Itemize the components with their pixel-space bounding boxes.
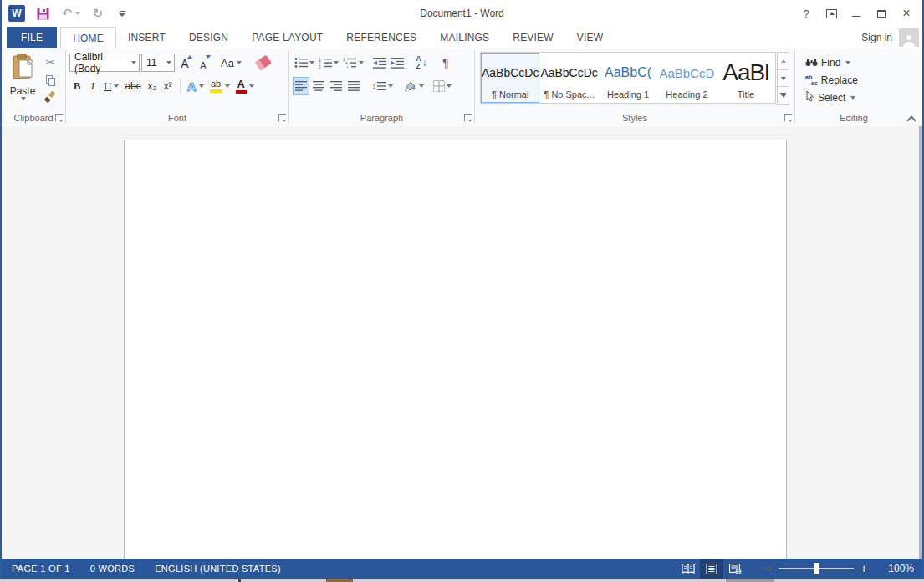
strikethrough-button[interactable]: abc: [122, 77, 143, 95]
undo-button[interactable]: ↶: [60, 4, 80, 23]
font-color-dropdown-arrow[interactable]: [249, 84, 254, 88]
align-left-button[interactable]: [293, 77, 309, 95]
style-title[interactable]: AaBl Title: [717, 53, 775, 103]
paste-dropdown-arrow[interactable]: [21, 97, 26, 100]
align-center-button[interactable]: [310, 77, 327, 95]
select-button[interactable]: Select: [799, 89, 909, 106]
document-page[interactable]: [124, 140, 787, 559]
highlight-dropdown-arrow[interactable]: [225, 84, 230, 88]
page-count-status[interactable]: PAGE 1 OF 1: [12, 564, 70, 574]
borders-button[interactable]: [431, 77, 453, 95]
multilevel-dropdown-arrow[interactable]: [359, 61, 364, 64]
tab-design[interactable]: DESIGN: [177, 27, 240, 48]
underline-dropdown-arrow[interactable]: [114, 84, 119, 88]
font-size-dropdown-arrow[interactable]: [166, 61, 171, 64]
style-heading2[interactable]: AaBbCcD Heading 2: [657, 53, 716, 103]
avatar[interactable]: [899, 28, 919, 47]
superscript-button[interactable]: x²: [161, 77, 176, 95]
tab-references[interactable]: REFERENCES: [334, 27, 428, 48]
tab-file[interactable]: FILE: [7, 27, 57, 48]
styles-scroll-up-button[interactable]: [777, 52, 789, 70]
web-layout-button[interactable]: [723, 559, 747, 579]
undo-dropdown-arrow[interactable]: [75, 12, 80, 15]
subscript-button[interactable]: x₂: [145, 77, 160, 95]
replace-button[interactable]: ab→ac Replace: [799, 71, 909, 89]
highlight-button[interactable]: ab: [207, 77, 232, 95]
word-count-status[interactable]: 0 WORDS: [90, 564, 135, 574]
numbering-button[interactable]: 123: [317, 54, 340, 72]
numbering-dropdown-arrow[interactable]: [334, 61, 339, 64]
shading-dropdown-arrow[interactable]: [419, 84, 424, 88]
close-button[interactable]: ×: [896, 4, 917, 23]
ribbon-display-options-button[interactable]: [820, 4, 842, 23]
tab-mailings[interactable]: MAILINGS: [428, 27, 501, 48]
paste-button[interactable]: Paste: [5, 52, 40, 107]
text-effects-button[interactable]: A: [185, 77, 207, 95]
zoom-out-button[interactable]: −: [762, 562, 775, 575]
styles-gallery: AaBbCcDc ¶ Normal AaBbCcDc ¶ No Spac... …: [480, 52, 776, 104]
line-spacing-dropdown-arrow[interactable]: [388, 84, 393, 88]
styles-scroll-down-button[interactable]: [777, 69, 789, 88]
style-heading1[interactable]: AaBbC( Heading 1: [599, 53, 657, 103]
clear-formatting-button[interactable]: [254, 54, 273, 72]
styles-dialog-launcher[interactable]: [784, 114, 792, 121]
tab-insert[interactable]: INSERT: [116, 27, 177, 48]
minimize-button[interactable]: [845, 4, 867, 23]
font-name-combobox[interactable]: Calibri (Body: [69, 54, 140, 72]
underline-button[interactable]: U: [101, 77, 121, 95]
styles-more-button[interactable]: [777, 86, 789, 105]
customize-qat-button[interactable]: [119, 11, 125, 17]
zoom-percentage[interactable]: 100%: [882, 563, 914, 574]
cut-button[interactable]: ✂: [40, 54, 60, 70]
zoom-slider-track[interactable]: [779, 568, 854, 569]
font-color-button[interactable]: A: [233, 77, 257, 95]
change-case-button[interactable]: Aa: [218, 54, 244, 72]
collapse-ribbon-button[interactable]: [907, 115, 916, 121]
show-hide-marks-button[interactable]: ¶: [437, 54, 454, 72]
tab-home[interactable]: HOME: [60, 27, 116, 48]
sort-button[interactable]: AZ ↓: [413, 54, 430, 72]
zoom-slider-thumb[interactable]: [814, 563, 819, 574]
increase-indent-button[interactable]: [389, 54, 406, 72]
decrease-indent-button[interactable]: [371, 54, 388, 72]
font-name-dropdown-arrow[interactable]: [131, 61, 136, 64]
redo-button[interactable]: ↻: [89, 4, 107, 23]
shading-button[interactable]: [402, 77, 426, 95]
bullets-button[interactable]: [293, 54, 316, 72]
text-effects-dropdown-arrow[interactable]: [199, 84, 204, 88]
style-normal[interactable]: AaBbCcDc ¶ Normal: [481, 53, 539, 103]
help-button[interactable]: ?: [795, 4, 817, 23]
shrink-font-button[interactable]: A: [195, 54, 212, 72]
justify-button[interactable]: [345, 77, 362, 95]
zoom-in-button[interactable]: +: [857, 562, 870, 575]
italic-button[interactable]: I: [85, 77, 100, 95]
find-button[interactable]: Find: [799, 54, 909, 71]
find-dropdown-arrow[interactable]: [845, 61, 850, 64]
multilevel-list-button[interactable]: 1ai: [341, 54, 365, 72]
select-dropdown-arrow[interactable]: [850, 96, 855, 100]
sign-in-area[interactable]: Sign in: [861, 28, 919, 47]
tab-view[interactable]: VIEW: [565, 27, 615, 48]
maximize-button[interactable]: [870, 4, 892, 23]
word-app-icon[interactable]: W: [8, 5, 25, 22]
clipboard-dialog-launcher[interactable]: [55, 114, 63, 121]
line-spacing-button[interactable]: ↕: [370, 77, 395, 95]
tab-page-layout[interactable]: PAGE LAYOUT: [240, 27, 334, 48]
sign-in-label[interactable]: Sign in: [861, 32, 892, 43]
font-dialog-launcher[interactable]: [278, 114, 286, 121]
tab-review[interactable]: REVIEW: [501, 27, 565, 48]
copy-button[interactable]: [40, 72, 60, 89]
bullets-dropdown-arrow[interactable]: [309, 61, 314, 64]
save-button[interactable]: [33, 4, 52, 23]
align-right-button[interactable]: [328, 77, 345, 95]
grow-font-button[interactable]: A: [176, 54, 193, 72]
style-no-spacing[interactable]: AaBbCcDc ¶ No Spac...: [539, 53, 598, 103]
paragraph-dialog-launcher[interactable]: [464, 114, 472, 121]
read-mode-button[interactable]: [676, 559, 700, 579]
print-layout-button[interactable]: [700, 559, 723, 579]
borders-dropdown-arrow[interactable]: [447, 84, 452, 88]
bold-button[interactable]: B: [69, 77, 84, 95]
format-painter-button[interactable]: [40, 90, 60, 107]
font-size-combobox[interactable]: 11: [141, 54, 175, 72]
language-status[interactable]: ENGLISH (UNITED STATES): [155, 564, 281, 574]
